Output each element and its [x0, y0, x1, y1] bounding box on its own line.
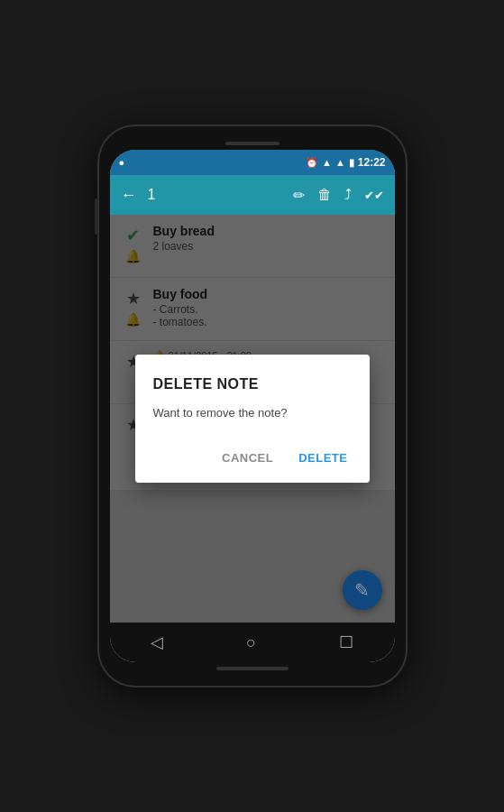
phone-frame: ● ⏰ ▲ ▲ ▮ 12:22 ← 1 ✏ 🗑 ⤴ ✔✔: [99, 126, 406, 686]
android-icon: ●: [119, 157, 125, 168]
dialog-overlay: DELETE NOTE Want to remove the note? CAN…: [110, 215, 395, 623]
time-display: 12:22: [358, 156, 386, 169]
wifi-icon: ▲: [322, 157, 332, 168]
app-toolbar: ← 1 ✏ 🗑 ⤴ ✔✔: [110, 175, 395, 215]
bottom-nav: ◁ ○ ☐: [110, 623, 395, 662]
dialog-title: DELETE NOTE: [153, 376, 352, 392]
toolbar-icons: ✏ 🗑 ⤴ ✔✔: [293, 187, 384, 204]
recent-nav-button[interactable]: ☐: [332, 625, 361, 660]
delete-dialog: DELETE NOTE Want to remove the note? CAN…: [135, 355, 370, 482]
dialog-buttons: CANCEL DELETE: [153, 444, 352, 472]
dialog-message: Want to remove the note?: [153, 405, 352, 421]
phone-bottom: [110, 662, 395, 675]
delete-icon[interactable]: 🗑: [317, 187, 332, 203]
signal-icon: ▲: [335, 157, 345, 168]
back-button[interactable]: ←: [121, 186, 137, 205]
cancel-button[interactable]: CANCEL: [218, 444, 277, 472]
edit-icon[interactable]: ✏: [293, 187, 305, 204]
speaker: [225, 142, 279, 145]
delete-button[interactable]: DELETE: [295, 444, 351, 472]
page-number: 1: [148, 187, 156, 203]
toolbar-left: ← 1: [121, 186, 286, 205]
alarm-icon: ⏰: [306, 157, 318, 169]
phone-top: [110, 137, 395, 150]
share-icon[interactable]: ⤴: [344, 187, 352, 203]
battery-icon: ▮: [349, 157, 354, 169]
back-nav-button[interactable]: ◁: [143, 625, 170, 660]
main-content: ✔ 🔔 Buy bread 2 loaves ★ 🔔 Buy f: [110, 215, 395, 623]
power-button: [95, 198, 98, 235]
status-bar: ● ⏰ ▲ ▲ ▮ 12:22: [110, 150, 395, 175]
home-nav-button[interactable]: ○: [239, 626, 263, 660]
double-check-icon[interactable]: ✔✔: [364, 189, 384, 202]
status-bar-right: ⏰ ▲ ▲ ▮ 12:22: [306, 156, 385, 169]
home-indicator: [216, 667, 289, 670]
status-bar-left: ●: [119, 157, 125, 168]
phone-screen: ● ⏰ ▲ ▲ ▮ 12:22 ← 1 ✏ 🗑 ⤴ ✔✔: [110, 150, 395, 662]
